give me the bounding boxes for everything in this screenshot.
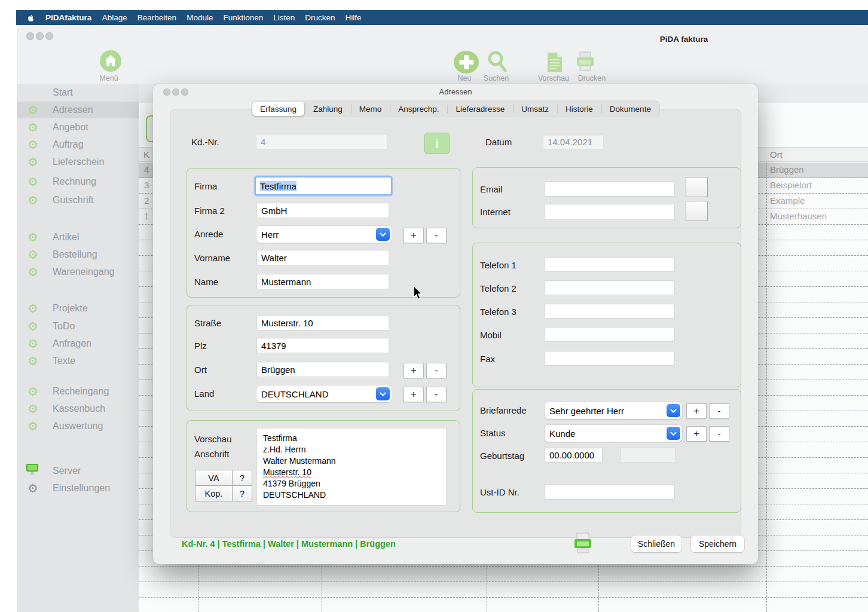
status-remove-button[interactable]: -: [709, 426, 729, 442]
menu-bearbeiten[interactable]: Bearbeiten: [132, 13, 181, 22]
toolbar-vorschau-label: Vorschau: [533, 74, 574, 82]
tab-erfassung[interactable]: Erfassung: [252, 102, 304, 116]
sidebar-item-auftrag[interactable]: ⚙Auftrag: [17, 136, 139, 153]
sidebar-item-todo[interactable]: ⚙ToDo: [17, 318, 139, 335]
sidebar-item-anfragen[interactable]: ⚙Anfragen: [17, 335, 139, 352]
sidebar-item-recheingang[interactable]: ⚙Recheingang: [17, 383, 139, 400]
firma-field[interactable]: Testfirma: [255, 176, 392, 195]
sidebar-item-bestellung[interactable]: ⚙Bestellung: [17, 246, 139, 263]
anrede-label: Anrede: [194, 229, 223, 239]
menu-app-name[interactable]: PiDAfaktura: [40, 13, 97, 22]
print-button[interactable]: [571, 532, 594, 558]
neu-button[interactable]: [453, 50, 479, 74]
table-row-empty[interactable]: [139, 598, 868, 612]
apple-icon[interactable]: [22, 13, 40, 23]
column-header-ort[interactable]: Ort: [770, 149, 783, 160]
suchen-button[interactable]: [484, 50, 511, 74]
gear-icon: ⚙: [22, 418, 44, 434]
chevron-down-icon: [667, 427, 680, 440]
menu-home-button[interactable]: [97, 49, 124, 73]
internet-field[interactable]: [545, 204, 675, 219]
internet-action-button[interactable]: [686, 201, 708, 221]
va-help-button[interactable]: ?: [232, 470, 252, 486]
sidebar-item-start[interactable]: Start: [17, 84, 139, 101]
firma2-field[interactable]: [256, 203, 389, 218]
geburtstag-label: Geburtstag: [480, 451, 524, 461]
briefanrede-add-button[interactable]: +: [686, 403, 707, 419]
tab-lieferadresse[interactable]: Lieferadresse: [448, 101, 514, 117]
land-select[interactable]: DEUTSCHLAND: [256, 385, 392, 402]
tab-dokumente[interactable]: Dokumente: [601, 101, 659, 117]
briefanrede-select[interactable]: Sehr geehrter Herr: [545, 402, 682, 419]
close-dialog-button[interactable]: Schließen: [631, 536, 681, 552]
settings-gear-icon: ⚙: [22, 480, 44, 497]
kop-button[interactable]: Kop.: [195, 485, 233, 501]
land-remove-button[interactable]: -: [426, 387, 447, 402]
sidebar-item-server[interactable]: Server: [17, 463, 139, 479]
table-row-empty[interactable]: [139, 582, 868, 598]
email-action-button[interactable]: [686, 177, 708, 197]
kop-help-button[interactable]: ?: [232, 485, 252, 501]
ort-remove-button[interactable]: -: [426, 363, 447, 378]
telefon2-field[interactable]: [545, 280, 675, 295]
dialog-title: Adressen: [153, 87, 758, 96]
anrede-remove-button[interactable]: -: [426, 228, 447, 243]
sidebar-item-texte[interactable]: ⚙Texte: [17, 353, 139, 369]
table-row-empty[interactable]: [139, 567, 868, 582]
status-select[interactable]: Kunde: [545, 425, 682, 442]
sidebar-item-kassenbuch[interactable]: ⚙Kassenbuch: [17, 400, 139, 417]
telefon1-field[interactable]: [545, 257, 675, 272]
close-button[interactable]: [26, 32, 34, 40]
anrede-select[interactable]: Herr: [256, 226, 392, 243]
geburtstag-field[interactable]: [545, 448, 603, 463]
mobil-field[interactable]: [545, 327, 675, 342]
menu-hilfe[interactable]: Hilfe: [340, 13, 366, 22]
sidebar-item-gutschrift[interactable]: ⚙Gutschrift: [17, 192, 139, 209]
vorname-field[interactable]: [256, 250, 389, 265]
strasse-field[interactable]: [256, 315, 389, 331]
fax-field[interactable]: [545, 351, 675, 366]
zoom-button[interactable]: [45, 32, 53, 40]
anrede-add-button[interactable]: +: [404, 228, 424, 243]
ort-add-button[interactable]: +: [404, 363, 424, 378]
drucken-button[interactable]: [572, 50, 598, 74]
menu-funktionen[interactable]: Funktionen: [218, 13, 268, 22]
name-field[interactable]: [256, 274, 389, 289]
va-button[interactable]: VA: [195, 470, 233, 486]
sidebar-item-projekte[interactable]: ⚙Projekte: [17, 300, 139, 317]
sidebar-item-adressen[interactable]: ⚙Adressen: [17, 102, 139, 118]
sidebar-item-rechnung[interactable]: ⚙Rechnung: [17, 173, 139, 190]
briefanrede-remove-button[interactable]: -: [709, 403, 729, 419]
vorschau-button[interactable]: [541, 50, 567, 74]
menu-module[interactable]: Module: [182, 13, 218, 22]
telefon3-label: Telefon 3: [480, 307, 516, 317]
column-header-kdnr[interactable]: K: [143, 149, 149, 160]
land-add-button[interactable]: +: [404, 387, 424, 402]
sidebar-item-angebot[interactable]: ⚙Angebot: [17, 119, 139, 136]
window-title: PiDA faktura: [639, 35, 729, 44]
telefon3-field[interactable]: [545, 304, 675, 319]
ustid-field[interactable]: [545, 484, 675, 500]
tab-ansprechp[interactable]: Ansprechp.: [390, 101, 447, 117]
sidebar-item-auswertung[interactable]: ⚙Auswertung: [17, 418, 139, 434]
tab-memo[interactable]: Memo: [351, 101, 390, 117]
email-field[interactable]: [545, 181, 675, 197]
address-preview[interactable]: Testfirma z.Hd. Herrn Walter Mustermann …: [256, 428, 447, 506]
minimize-button[interactable]: [36, 32, 44, 40]
save-button[interactable]: Speichern: [691, 536, 744, 552]
status-add-button[interactable]: +: [686, 426, 707, 442]
sidebar-item-artikel[interactable]: ⚙Artikel: [17, 229, 139, 246]
tab-historie[interactable]: Historie: [557, 101, 601, 117]
info-button[interactable]: i: [424, 133, 450, 154]
tab-zahlung[interactable]: Zahlung: [305, 101, 351, 117]
tab-umsatz[interactable]: Umsatz: [513, 101, 557, 117]
ort-field[interactable]: [256, 362, 389, 377]
plz-field[interactable]: [256, 338, 389, 353]
menu-drucken[interactable]: Drucken: [300, 13, 340, 22]
menu-listen[interactable]: Listen: [268, 13, 300, 22]
menu-ablage[interactable]: Ablage: [97, 13, 132, 22]
sidebar-item-einstellungen[interactable]: ⚙Einstellungen: [17, 480, 139, 497]
sidebar-item-lieferschein[interactable]: ⚙Lieferschein: [17, 154, 139, 170]
telefon1-label: Telefon 1: [480, 260, 516, 270]
sidebar-item-wareneingang[interactable]: ⚙Wareneingang: [17, 264, 139, 280]
